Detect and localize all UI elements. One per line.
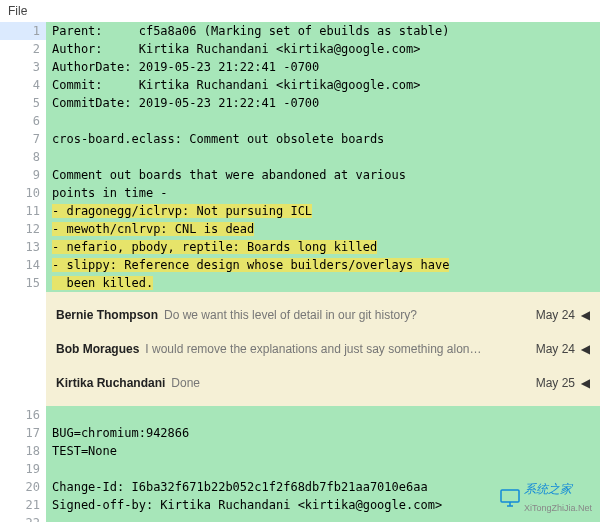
- code-line[interactable]: 12- mewoth/cnlrvp: CNL is dead: [0, 220, 600, 238]
- line-number: 4: [0, 76, 46, 94]
- commit-message-view: 1Parent: cf5a8a06 (Marking set of ebuild…: [0, 22, 600, 292]
- code-line[interactable]: 9Comment out boards that were abandoned …: [0, 166, 600, 184]
- reply-icon[interactable]: ▶: [581, 374, 590, 392]
- line-content: - slippy: Reference design whose builder…: [46, 256, 600, 274]
- comment-author: Bob Moragues: [56, 340, 139, 358]
- code-line[interactable]: 19: [0, 460, 600, 478]
- code-line[interactable]: 18TEST=None: [0, 442, 600, 460]
- code-line[interactable]: 16: [0, 406, 600, 424]
- code-line[interactable]: 11- dragonegg/iclrvp: Not pursuing ICL: [0, 202, 600, 220]
- line-number: 13: [0, 238, 46, 256]
- line-number: 2: [0, 40, 46, 58]
- svg-rect-0: [501, 490, 519, 502]
- code-line[interactable]: 2Author: Kirtika Ruchandani <kirtika@goo…: [0, 40, 600, 58]
- watermark-text: 系统之家: [524, 482, 572, 496]
- comment-message: I would remove the explanations and just…: [145, 340, 529, 358]
- code-line[interactable]: 6: [0, 112, 600, 130]
- line-number: 22: [0, 514, 46, 522]
- line-content: [46, 406, 600, 424]
- line-number: 15: [0, 274, 46, 292]
- line-content: Comment out boards that were abandoned a…: [46, 166, 600, 184]
- code-line[interactable]: 10points in time -: [0, 184, 600, 202]
- code-line[interactable]: 5CommitDate: 2019-05-23 21:22:41 -0700: [0, 94, 600, 112]
- code-line[interactable]: 17BUG=chromium:942866: [0, 424, 600, 442]
- comment-author: Bernie Thompson: [56, 306, 158, 324]
- inline-comments: Bernie ThompsonDo we want this level of …: [46, 292, 600, 406]
- line-number: 20: [0, 478, 46, 496]
- menu-item-file[interactable]: File: [8, 4, 27, 18]
- line-content: points in time -: [46, 184, 600, 202]
- line-content: AuthorDate: 2019-05-23 21:22:41 -0700: [46, 58, 600, 76]
- line-number: 9: [0, 166, 46, 184]
- line-content: Author: Kirtika Ruchandani <kirtika@goog…: [46, 40, 600, 58]
- line-content: BUG=chromium:942866: [46, 424, 600, 442]
- line-number: 14: [0, 256, 46, 274]
- line-content: - dragonegg/iclrvp: Not pursuing ICL: [46, 202, 600, 220]
- monitor-icon: [500, 489, 520, 507]
- comment-date: May 25: [536, 374, 575, 392]
- line-content: Commit: Kirtika Ruchandani <kirtika@goog…: [46, 76, 600, 94]
- line-number: 6: [0, 112, 46, 130]
- watermark-subtext: XiTongZhiJia.Net: [524, 503, 592, 513]
- line-content: - mewoth/cnlrvp: CNL is dead: [46, 220, 600, 238]
- line-number: 7: [0, 130, 46, 148]
- line-content: - nefario, pbody, reptile: Boards long k…: [46, 238, 600, 256]
- line-number: 8: [0, 148, 46, 166]
- line-content: TEST=None: [46, 442, 600, 460]
- code-line[interactable]: 1Parent: cf5a8a06 (Marking set of ebuild…: [0, 22, 600, 40]
- line-number: 19: [0, 460, 46, 478]
- inline-comment[interactable]: Kirtika RuchandaniDoneMay 25▶: [56, 366, 590, 400]
- code-line[interactable]: 4Commit: Kirtika Ruchandani <kirtika@goo…: [0, 76, 600, 94]
- line-number: 11: [0, 202, 46, 220]
- menu-bar: File: [0, 0, 600, 22]
- line-content: [46, 148, 600, 166]
- line-number: 16: [0, 406, 46, 424]
- line-number: 1: [0, 22, 46, 40]
- line-content: CommitDate: 2019-05-23 21:22:41 -0700: [46, 94, 600, 112]
- code-line[interactable]: 3AuthorDate: 2019-05-23 21:22:41 -0700: [0, 58, 600, 76]
- code-line[interactable]: 8: [0, 148, 600, 166]
- line-content: been killed.: [46, 274, 600, 292]
- line-number: 18: [0, 442, 46, 460]
- line-content: [46, 460, 600, 478]
- line-content: cros-board.eclass: Comment out obsolete …: [46, 130, 600, 148]
- line-number: 10: [0, 184, 46, 202]
- code-line[interactable]: 13- nefario, pbody, reptile: Boards long…: [0, 238, 600, 256]
- reply-icon[interactable]: ▶: [581, 306, 590, 324]
- line-number: 21: [0, 496, 46, 514]
- line-number: 17: [0, 424, 46, 442]
- inline-comment[interactable]: Bernie ThompsonDo we want this level of …: [56, 298, 590, 332]
- line-content: [46, 112, 600, 130]
- line-number: 5: [0, 94, 46, 112]
- comment-date: May 24: [536, 340, 575, 358]
- comment-message: Do we want this level of detail in our g…: [164, 306, 530, 324]
- line-number: 3: [0, 58, 46, 76]
- reply-icon[interactable]: ▶: [581, 340, 590, 358]
- code-line[interactable]: 14- slippy: Reference design whose build…: [0, 256, 600, 274]
- code-line[interactable]: 7cros-board.eclass: Comment out obsolete…: [0, 130, 600, 148]
- line-number: 12: [0, 220, 46, 238]
- comment-message: Done: [171, 374, 529, 392]
- watermark: 系统之家 XiTongZhiJia.Net: [500, 480, 592, 516]
- code-line[interactable]: 15 been killed.: [0, 274, 600, 292]
- inline-comment[interactable]: Bob MoraguesI would remove the explanati…: [56, 332, 590, 366]
- line-content: Parent: cf5a8a06 (Marking set of ebuilds…: [46, 22, 600, 40]
- comment-author: Kirtika Ruchandani: [56, 374, 165, 392]
- comment-date: May 24: [536, 306, 575, 324]
